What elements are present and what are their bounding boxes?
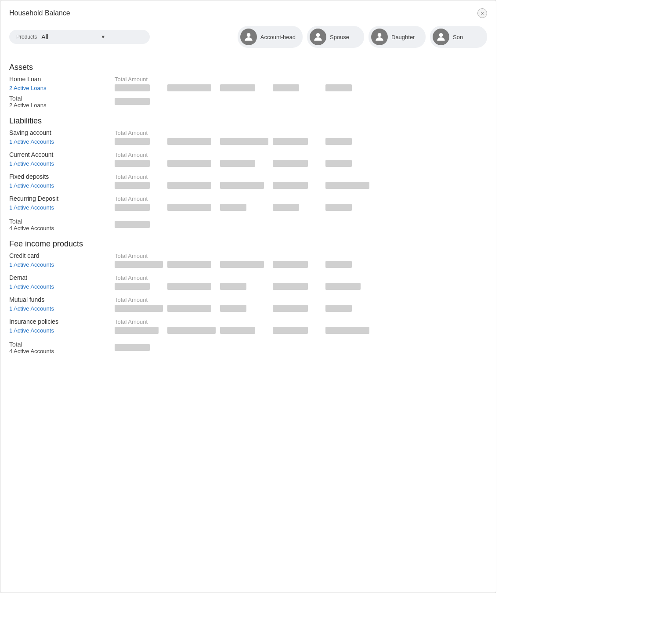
- home-loan-bar-4: [325, 84, 369, 91]
- person-chips-container: Account-head Spouse Daughter Son: [159, 26, 487, 48]
- liabilities-total-row: Total 4 Active Accounts: [9, 217, 487, 231]
- mutual-funds-data-row: 1 Active Accounts: [9, 305, 487, 312]
- avatar-spouse: [310, 29, 326, 45]
- fixed-deposits-data-row: 1 Active Accounts: [9, 182, 487, 189]
- saving-account-header: Saving account Total Amount: [9, 129, 487, 136]
- home-loan-label: Home Loan: [9, 76, 115, 83]
- mutual-funds-total-header: Total Amount: [115, 297, 167, 303]
- person-chip-daughter[interactable]: Daughter: [369, 26, 426, 48]
- liabilities-total-count: 4 Active Accounts: [9, 225, 115, 231]
- person-chip-account-head[interactable]: Account-head: [238, 26, 303, 48]
- liabilities-section: Liabilities Saving account Total Amount …: [9, 116, 487, 231]
- demat-total-header: Total Amount: [115, 275, 167, 281]
- avatar-son: [433, 29, 449, 45]
- assets-section-title: Assets: [9, 63, 487, 72]
- person-name-daughter: Daughter: [391, 34, 415, 40]
- home-loan-link[interactable]: 2 Active Loans: [9, 85, 115, 91]
- liabilities-section-title: Liabilities: [9, 116, 487, 126]
- recurring-deposit-header: Recurring Deposit Total Amount: [9, 195, 487, 202]
- fixed-deposits-total-header: Total Amount: [115, 174, 167, 180]
- svg-point-3: [439, 33, 443, 37]
- recurring-deposit-total-header: Total Amount: [115, 195, 167, 202]
- current-account-label: Current Account: [9, 151, 115, 158]
- saving-account-data-row: 1 Active Accounts: [9, 138, 487, 145]
- person-chip-son[interactable]: Son: [430, 26, 487, 48]
- credit-card-header: Credit card Total Amount: [9, 252, 487, 259]
- svg-point-1: [316, 33, 320, 37]
- close-button[interactable]: ×: [477, 8, 487, 18]
- window-title: Household Balance: [9, 9, 70, 17]
- current-account-total-header: Total Amount: [115, 152, 167, 158]
- fixed-deposits-label: Fixed deposits: [9, 173, 115, 180]
- home-loan-bar-1: [167, 84, 220, 91]
- credit-card-link[interactable]: 1 Active Accounts: [9, 261, 115, 268]
- mutual-funds-header: Mutual funds Total Amount: [9, 296, 487, 303]
- assets-section: Assets Home Loan Total Amount 2 Active L…: [9, 63, 487, 108]
- insurance-group: Insurance policies Total Amount 1 Active…: [9, 318, 487, 334]
- home-loan-group: Home Loan Total Amount 2 Active Loans To…: [9, 76, 487, 108]
- fee-income-total-label: Total: [9, 341, 115, 348]
- products-filter-group: Products All Assets Liabilities Fee inco…: [9, 30, 150, 44]
- home-loan-header: Home Loan Total Amount: [9, 76, 487, 83]
- home-loan-bar-2: [220, 84, 273, 91]
- chevron-down-icon: ▼: [101, 34, 105, 40]
- person-chip-spouse[interactable]: Spouse: [307, 26, 364, 48]
- mutual-funds-label: Mutual funds: [9, 296, 115, 303]
- saving-account-label: Saving account: [9, 129, 115, 136]
- insurance-total-header: Total Amount: [115, 318, 167, 325]
- saving-account-total-header: Total Amount: [115, 130, 167, 136]
- recurring-deposit-group: Recurring Deposit Total Amount 1 Active …: [9, 195, 487, 211]
- current-account-link[interactable]: 1 Active Accounts: [9, 160, 115, 167]
- home-loan-total-bar: [115, 98, 167, 105]
- home-loan-total-header: Total Amount: [115, 76, 167, 83]
- credit-card-group: Credit card Total Amount 1 Active Accoun…: [9, 252, 487, 268]
- avatar-daughter: [371, 29, 388, 45]
- home-loan-total-count: 2 Active Loans: [9, 102, 115, 108]
- fixed-deposits-group: Fixed deposits Total Amount 1 Active Acc…: [9, 173, 487, 189]
- home-loan-bar-total: [115, 84, 167, 91]
- insurance-data-row: 1 Active Accounts: [9, 327, 487, 334]
- demat-header: Demat Total Amount: [9, 274, 487, 281]
- liabilities-total-label: Total: [9, 218, 115, 225]
- mutual-funds-link[interactable]: 1 Active Accounts: [9, 305, 115, 312]
- demat-link[interactable]: 1 Active Accounts: [9, 283, 115, 290]
- saving-account-group: Saving account Total Amount 1 Active Acc…: [9, 129, 487, 145]
- demat-label: Demat: [9, 274, 115, 281]
- fee-income-total-count: 4 Active Accounts: [9, 348, 115, 354]
- svg-point-2: [378, 33, 382, 37]
- fee-income-section-title: Fee income products: [9, 239, 487, 249]
- products-label: Products: [16, 34, 37, 40]
- home-loan-data-row: 2 Active Loans: [9, 84, 487, 91]
- title-bar: Household Balance ×: [0, 0, 496, 22]
- current-account-header: Current Account Total Amount: [9, 151, 487, 158]
- avatar-account-head: [240, 29, 257, 45]
- fixed-deposits-header: Fixed deposits Total Amount: [9, 173, 487, 180]
- home-loan-total-label: Total: [9, 95, 115, 102]
- demat-group: Demat Total Amount 1 Active Accounts: [9, 274, 487, 290]
- recurring-deposit-link[interactable]: 1 Active Accounts: [9, 204, 115, 211]
- insurance-header: Insurance policies Total Amount: [9, 318, 487, 325]
- products-select-wrapper: All Assets Liabilities Fee income produc…: [41, 33, 105, 40]
- person-name-son: Son: [453, 34, 463, 40]
- recurring-deposit-data-row: 1 Active Accounts: [9, 204, 487, 211]
- main-content: Assets Home Loan Total Amount 2 Active L…: [0, 63, 496, 368]
- fixed-deposits-link[interactable]: 1 Active Accounts: [9, 182, 115, 189]
- home-loan-bar-3: [273, 84, 325, 91]
- insurance-label: Insurance policies: [9, 318, 115, 325]
- saving-account-link[interactable]: 1 Active Accounts: [9, 138, 115, 145]
- person-name-account-head: Account-head: [260, 34, 296, 40]
- person-name-spouse: Spouse: [330, 34, 349, 40]
- household-balance-window: Household Balance × Products All Assets …: [0, 0, 496, 593]
- filter-row: Products All Assets Liabilities Fee inco…: [0, 22, 496, 55]
- recurring-deposit-label: Recurring Deposit: [9, 195, 115, 202]
- insurance-link[interactable]: 1 Active Accounts: [9, 327, 115, 334]
- close-icon: ×: [481, 10, 484, 17]
- svg-point-0: [246, 33, 250, 37]
- credit-card-label: Credit card: [9, 252, 115, 259]
- current-account-group: Current Account Total Amount 1 Active Ac…: [9, 151, 487, 167]
- mutual-funds-group: Mutual funds Total Amount 1 Active Accou…: [9, 296, 487, 312]
- current-account-data-row: 1 Active Accounts: [9, 160, 487, 167]
- fee-income-total-row: Total 4 Active Accounts: [9, 340, 487, 354]
- home-loan-total-row: Total 2 Active Loans: [9, 94, 487, 108]
- products-select[interactable]: All Assets Liabilities Fee income produc…: [41, 33, 99, 40]
